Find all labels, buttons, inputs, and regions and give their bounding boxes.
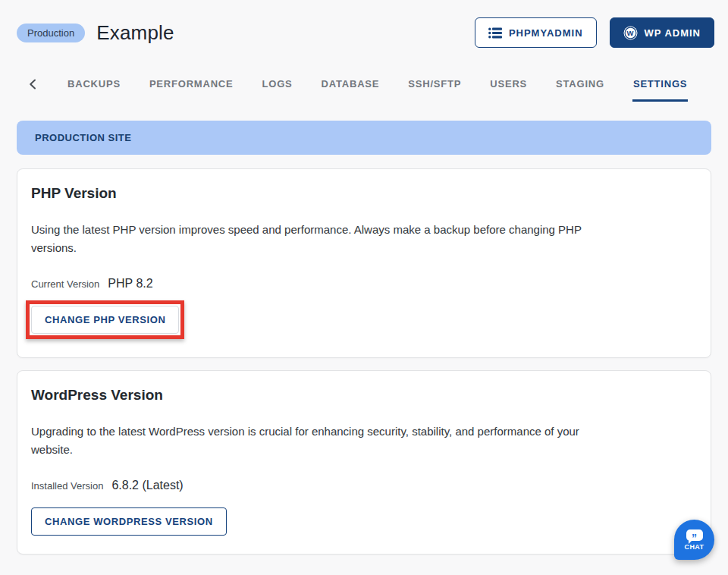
speech-bubble-icon: ” bbox=[686, 529, 703, 541]
tab-performance[interactable]: PERFORMANCE bbox=[149, 78, 234, 102]
chevron-left-icon bbox=[29, 79, 36, 90]
card-title: PHP Version bbox=[31, 185, 697, 202]
phpmyadmin-button[interactable]: PHPMYADMIN bbox=[475, 17, 597, 48]
current-version-row: Current Version PHP 8.2 bbox=[31, 277, 697, 291]
phpmyadmin-button-label: PHPMYADMIN bbox=[509, 27, 583, 39]
chat-launcher-button[interactable]: ” CHAT bbox=[674, 520, 714, 560]
wordpress-version-card: WordPress Version Upgrading to the lates… bbox=[17, 370, 711, 555]
wp-admin-button-label: WP ADMIN bbox=[645, 27, 701, 39]
tab-database[interactable]: DATABASE bbox=[321, 78, 381, 102]
change-php-version-button[interactable]: CHANGE PHP VERSION bbox=[31, 306, 179, 334]
php-version-card: PHP Version Using the latest PHP version… bbox=[17, 168, 711, 358]
tab-logs[interactable]: LOGS bbox=[262, 78, 293, 102]
production-site-banner: PRODUCTION SITE bbox=[17, 121, 711, 155]
change-wordpress-version-button[interactable]: CHANGE WORDPRESS VERSION bbox=[31, 507, 227, 536]
card-title: WordPress Version bbox=[31, 387, 697, 404]
tab-staging[interactable]: STAGING bbox=[555, 78, 605, 102]
site-tab-bar: BACKUPS PERFORMANCE LOGS DATABASE SSH/SF… bbox=[0, 78, 728, 102]
version-value: 6.8.2 (Latest) bbox=[111, 479, 183, 492]
list-icon bbox=[488, 27, 502, 39]
environment-badge: Production bbox=[17, 24, 85, 42]
version-label: Installed Version bbox=[31, 480, 103, 492]
tab-settings[interactable]: SETTINGS bbox=[632, 78, 688, 102]
annotation-highlight-box: CHANGE PHP VERSION bbox=[26, 300, 184, 339]
card-description: Using the latest PHP version improves sp… bbox=[31, 221, 697, 257]
site-header: Production Example PHPMYADMIN W WP AD bbox=[0, 0, 728, 48]
page-title: Example bbox=[96, 21, 174, 45]
chat-launcher-label: CHAT bbox=[685, 543, 704, 551]
tab-users[interactable]: USERS bbox=[489, 78, 528, 102]
tab-ssh-sftp[interactable]: SSH/SFTP bbox=[407, 78, 462, 102]
header-actions: PHPMYADMIN W WP ADMIN bbox=[475, 17, 714, 48]
card-description: Upgrading to the latest WordPress versio… bbox=[31, 423, 697, 459]
svg-text:W: W bbox=[626, 28, 634, 36]
version-label: Current Version bbox=[31, 278, 99, 290]
installed-version-row: Installed Version 6.8.2 (Latest) bbox=[31, 479, 697, 492]
wordpress-logo-icon: W bbox=[623, 26, 638, 40]
version-value: PHP 8.2 bbox=[108, 277, 152, 291]
tab-backups[interactable]: BACKUPS bbox=[67, 78, 121, 102]
wp-admin-button[interactable]: W WP ADMIN bbox=[610, 17, 714, 48]
tabs-scroll-left-button[interactable] bbox=[17, 79, 39, 102]
